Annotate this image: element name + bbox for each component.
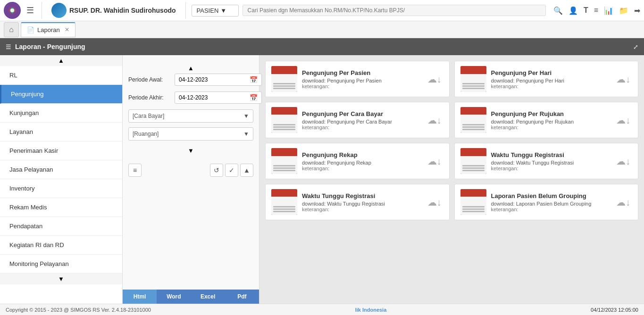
search-input[interactable] <box>248 7 541 14</box>
report-card-7[interactable]: Laporan Pasien Belum Grouping download: … <box>454 184 639 220</box>
report-card-5[interactable]: Waktu Tunggu Registrasi download: Waktu … <box>454 143 639 179</box>
periode-akhir-field[interactable] <box>179 94 250 101</box>
report-card-6[interactable]: Waktu Tunggu Registrasi download: Waktu … <box>265 184 450 220</box>
chevron-down-icon: ▼ <box>220 7 226 14</box>
statusbar: Copyright © 2015 - 2023 @ SIMGOS RS Ver.… <box>0 304 644 315</box>
reset-button[interactable]: ↺ <box>210 164 223 177</box>
sidebar-item-jasa-pelayanan[interactable]: Jasa Pelayanan <box>0 160 122 179</box>
download-icon-6[interactable]: ☁↓ <box>426 195 443 210</box>
pdf-button[interactable]: Pdf <box>225 290 259 304</box>
tab-close-icon[interactable]: ✕ <box>65 26 69 33</box>
sidebar-item-penerimaan-kasir[interactable]: Penerimaan Kasir <box>0 141 122 160</box>
text-icon[interactable]: T <box>584 6 588 15</box>
word-button[interactable]: Word <box>157 290 191 304</box>
report-info-2: Pengunjung Per Cara Bayar download: Peng… <box>302 110 421 130</box>
section-title: Laporan - Pengunjung <box>15 43 85 50</box>
report-info-6: Waktu Tunggu Registrasi download: Waktu … <box>302 192 421 212</box>
ruangan-select[interactable]: [Ruangan] ▼ <box>128 127 253 141</box>
report-keterangan-4: keterangan: <box>302 166 421 171</box>
sidebar: ▲ RL Pengunjung Kunjungan Layanan Peneri… <box>0 55 123 304</box>
section-menu-icon[interactable]: ☰ <box>6 43 11 50</box>
sidebar-item-pengunjung[interactable]: Pengunjung <box>0 85 122 104</box>
download-icon-7[interactable]: ☁↓ <box>614 195 632 210</box>
cara-bayar-select[interactable]: [Cara Bayar] ▼ <box>128 109 253 123</box>
sidebar-item-monitoring-pelayanan[interactable]: Monitoring Pelayanan <box>0 255 122 274</box>
up-button[interactable]: ▲ <box>240 164 253 177</box>
html-button[interactable]: Html <box>123 290 157 304</box>
sidebar-item-kegiatan-ri-rd[interactable]: Kegiatan RI dan RD <box>0 236 122 255</box>
filter-toolbar-left: ≡ <box>128 164 142 177</box>
brand-logo-icon <box>51 3 67 18</box>
calendar-akhir-icon[interactable]: 📅 <box>250 94 258 101</box>
sidebar-item-pendapatan[interactable]: Pendapatan <box>0 217 122 236</box>
sidebar-item-rl[interactable]: RL <box>0 66 122 85</box>
report-card-3[interactable]: Pengunjung Per Rujukan download: Pengunj… <box>454 102 639 138</box>
divider2 <box>185 2 186 19</box>
download-icon-5[interactable]: ☁↓ <box>614 154 632 169</box>
menu-icon[interactable]: ☰ <box>25 5 36 16</box>
sidebar-scroll-down[interactable]: ▼ <box>0 274 122 284</box>
report-title-4: Pengunjung Rekap <box>302 151 421 158</box>
filter-scroll-indicator[interactable]: ▲ <box>128 63 253 74</box>
sidebar-item-rekam-medis[interactable]: Rekam Medis <box>0 198 122 217</box>
brand-section: RSUP. DR. Wahidin Sudirohusodo <box>48 3 180 18</box>
sidebar-item-kunjungan[interactable]: Kunjungan <box>0 104 122 123</box>
report-keterangan-3: keterangan: <box>491 124 610 130</box>
download-icon-0[interactable]: ☁↓ <box>426 72 443 87</box>
report-download-5: download: Waktu Tunggu Registrasi <box>491 160 610 166</box>
report-keterangan-6: keterangan: <box>302 207 421 212</box>
search-bar[interactable] <box>243 5 546 16</box>
report-title-3: Pengunjung Per Rujukan <box>491 110 610 117</box>
report-info-4: Pengunjung Rekap download: Pengunjung Re… <box>302 151 421 171</box>
exit-icon[interactable]: ➡ <box>634 6 640 15</box>
add-user-icon[interactable]: 👤 <box>569 6 578 15</box>
periode-akhir-label: Periode Akhir: <box>128 94 171 101</box>
report-title-5: Waktu Tunggu Registrasi <box>491 151 610 158</box>
report-thumb-1 <box>460 66 486 92</box>
home-tab[interactable]: ⌂ <box>4 22 19 37</box>
tab-label: Laporan <box>37 26 60 33</box>
report-download-7: download: Laporan Pasien Belum Grouping <box>491 201 610 207</box>
periode-akhir-input[interactable]: 📅 <box>175 91 262 104</box>
search-icon[interactable]: 🔍 <box>553 6 563 15</box>
report-keterangan-7: keterangan: <box>491 207 610 212</box>
brand-text: lik Indonesia <box>355 307 387 313</box>
filter-toolbar: ≡ ↺ ✓ ▲ <box>128 160 253 177</box>
laporan-tab[interactable]: 📄 Laporan ✕ <box>21 22 75 37</box>
folder-icon[interactable]: 📁 <box>619 6 628 15</box>
section-header-left: ☰ Laporan - Pengunjung <box>6 43 85 50</box>
report-thumb-5 <box>460 148 486 174</box>
expand-icon[interactable]: ⤢ <box>633 43 638 50</box>
check-button[interactable]: ✓ <box>225 164 238 177</box>
excel-button[interactable]: Excel <box>191 290 225 304</box>
tab-icon: 📄 <box>27 26 34 33</box>
export-buttons: Html Word Excel Pdf <box>123 290 259 304</box>
periode-awal-row: Periode Awal: 📅 <box>128 74 253 86</box>
download-icon-3[interactable]: ☁↓ <box>614 113 632 128</box>
list-icon[interactable]: ≡ <box>594 6 598 15</box>
report-keterangan-1: keterangan: <box>491 83 610 89</box>
sidebar-item-inventory[interactable]: Inventory <box>0 179 122 198</box>
filter-scroll-down-indicator[interactable]: ▼ <box>128 145 253 156</box>
download-icon-1[interactable]: ☁↓ <box>614 72 632 87</box>
pasien-dropdown[interactable]: PASIEN ▼ <box>192 5 239 17</box>
report-card-1[interactable]: Pengunjung Per Hari download: Pengunjung… <box>454 61 639 97</box>
sidebar-item-layanan[interactable]: Layanan <box>0 123 122 141</box>
periode-awal-input[interactable]: 📅 <box>175 74 262 86</box>
cara-bayar-label: [Cara Bayar] <box>133 113 164 119</box>
periode-awal-field[interactable] <box>179 76 250 83</box>
chart-icon[interactable]: 📊 <box>604 6 613 15</box>
list-view-button[interactable]: ≡ <box>128 164 142 177</box>
report-card-2[interactable]: Pengunjung Per Cara Bayar download: Peng… <box>265 102 450 138</box>
report-thumb-2 <box>271 107 297 133</box>
reports-grid: Pengunjung Per Pasien download: Pengunju… <box>265 61 638 220</box>
download-icon-4[interactable]: ☁↓ <box>426 154 443 169</box>
report-thumb-6 <box>271 189 297 215</box>
calendar-awal-icon[interactable]: 📅 <box>250 76 258 83</box>
download-icon-2[interactable]: ☁↓ <box>426 113 443 128</box>
app-logo <box>4 2 21 19</box>
sidebar-scroll-up[interactable]: ▲ <box>0 55 122 66</box>
report-card-4[interactable]: Pengunjung Rekap download: Pengunjung Re… <box>265 143 450 179</box>
report-card-0[interactable]: Pengunjung Per Pasien download: Pengunju… <box>265 61 450 97</box>
filter-panel: ▲ Periode Awal: 📅 Periode Akhir: 📅 [Cara… <box>123 55 259 304</box>
